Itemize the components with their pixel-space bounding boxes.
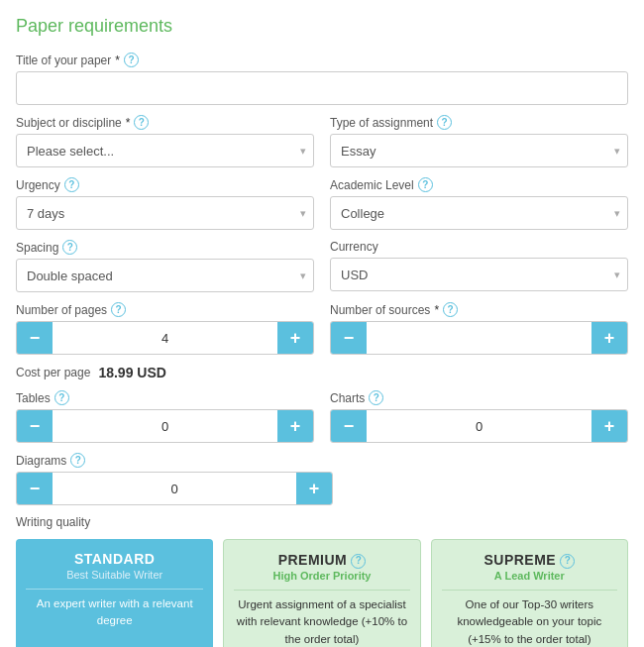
spacing-help-icon[interactable]: ? (62, 240, 77, 255)
pages-plus-button[interactable]: + (277, 322, 313, 354)
pages-sources-row: Number of pages ? − 4 + Number of source… (16, 302, 628, 355)
spacing-currency-row: Spacing ? Double spaced ▾ Currency USD ▾ (16, 240, 628, 292)
diagrams-section: Diagrams ? − 0 + (16, 453, 628, 505)
currency-select-wrapper: USD ▾ (330, 258, 628, 291)
tables-minus-button[interactable]: − (17, 410, 53, 442)
writing-quality-label: Writing quality (16, 515, 628, 529)
pages-stepper: − 4 + (16, 321, 314, 355)
spacing-select-wrapper: Double spaced ▾ (16, 259, 314, 292)
subject-assignment-row: Subject or discipline * ? Please select.… (16, 115, 628, 167)
assignment-type-select-wrapper: Essay ▾ (330, 134, 628, 167)
pages-minus-button[interactable]: − (17, 322, 53, 354)
cost-row: Cost per page 18.99 USD (16, 365, 628, 380)
sources-help-icon[interactable]: ? (443, 302, 458, 317)
premium-card-subtitle: High Order Priority (234, 570, 409, 582)
tables-charts-row: Tables ? − 0 + Charts ? − 0 + (16, 390, 628, 443)
charts-stepper: − 0 + (330, 409, 628, 443)
charts-minus-button[interactable]: − (331, 410, 367, 442)
urgency-select-wrapper: 7 days ▾ (16, 196, 314, 230)
diagrams-stepper: − 0 + (16, 472, 333, 505)
tables-value: 0 (53, 419, 277, 434)
charts-plus-button[interactable]: + (591, 410, 627, 442)
quality-card-premium[interactable]: PREMIUM ? High Order Priority Urgent ass… (223, 539, 420, 647)
pages-help-icon[interactable]: ? (111, 302, 126, 317)
paper-title-help-icon[interactable]: ? (124, 53, 139, 67)
page-title: Paper requirements (16, 16, 628, 37)
quality-cards-container: STANDARD Best Suitable Writer An expert … (16, 539, 628, 647)
urgency-help-icon[interactable]: ? (64, 177, 79, 192)
tables-section: Tables ? − 0 + (16, 390, 314, 443)
sources-minus-button[interactable]: − (331, 322, 367, 354)
subject-section: Subject or discipline * ? Please select.… (16, 115, 314, 167)
assignment-type-section: Type of assignment ? Essay ▾ (330, 115, 628, 167)
quality-card-supreme[interactable]: SUPREME ? A Lead Writer One of our Top-3… (431, 539, 628, 647)
subject-select[interactable]: Please select... (16, 134, 314, 167)
paper-title-label: Title of your paper * ? (16, 53, 628, 67)
academic-level-select[interactable]: College (330, 196, 628, 230)
charts-section: Charts ? − 0 + (330, 390, 628, 443)
urgency-section: Urgency ? 7 days ▾ (16, 177, 314, 230)
paper-title-section: Title of your paper * ? (16, 53, 628, 105)
tables-stepper: − 0 + (16, 409, 314, 443)
standard-card-title: STANDARD (26, 551, 203, 567)
subject-help-icon[interactable]: ? (134, 115, 149, 130)
assignment-type-help-icon[interactable]: ? (437, 115, 452, 130)
standard-card-subtitle: Best Suitable Writer (26, 569, 203, 581)
premium-card-title: PREMIUM (278, 552, 348, 568)
supreme-card-title: SUPREME (483, 552, 556, 568)
spacing-select[interactable]: Double spaced (16, 259, 314, 292)
diagrams-plus-button[interactable]: + (296, 473, 332, 504)
charts-help-icon[interactable]: ? (369, 390, 383, 405)
tables-plus-button[interactable]: + (277, 410, 313, 442)
sources-stepper: − + (330, 321, 628, 355)
academic-level-section: Academic Level ? College ▾ (330, 177, 628, 230)
sources-section: Number of sources * ? − + (330, 302, 628, 355)
spacing-section: Spacing ? Double spaced ▾ (16, 240, 314, 292)
writing-quality-section: Writing quality STANDARD Best Suitable W… (16, 515, 628, 647)
supreme-card-subtitle: A Lead Writer (442, 570, 617, 582)
urgency-academic-row: Urgency ? 7 days ▾ Academic Level ? Coll… (16, 177, 628, 230)
academic-level-help-icon[interactable]: ? (418, 177, 433, 192)
premium-card-desc: Urgent assignment of a specialist with r… (234, 596, 409, 647)
premium-help-icon[interactable]: ? (351, 554, 366, 569)
charts-value: 0 (367, 419, 591, 434)
currency-select[interactable]: USD (330, 258, 628, 291)
supreme-card-desc: One of our Top-30 writers knowledgeable … (442, 596, 617, 647)
pages-section: Number of pages ? − 4 + (16, 302, 314, 355)
academic-level-select-wrapper: College ▾ (330, 196, 628, 230)
standard-card-desc: An expert writer with a relevant degree (26, 595, 203, 630)
diagrams-minus-button[interactable]: − (17, 473, 53, 504)
pages-value: 4 (53, 331, 277, 346)
subject-select-wrapper: Please select... ▾ (16, 134, 314, 167)
diagrams-help-icon[interactable]: ? (70, 453, 85, 468)
tables-help-icon[interactable]: ? (54, 390, 69, 405)
quality-card-standard[interactable]: STANDARD Best Suitable Writer An expert … (16, 539, 213, 647)
sources-plus-button[interactable]: + (591, 322, 627, 354)
diagrams-value: 0 (53, 482, 296, 496)
paper-title-input[interactable] (16, 71, 628, 105)
urgency-select[interactable]: 7 days (16, 196, 314, 230)
currency-section: Currency USD ▾ (330, 240, 628, 292)
assignment-type-select[interactable]: Essay (330, 134, 628, 167)
supreme-help-icon[interactable]: ? (560, 554, 575, 569)
